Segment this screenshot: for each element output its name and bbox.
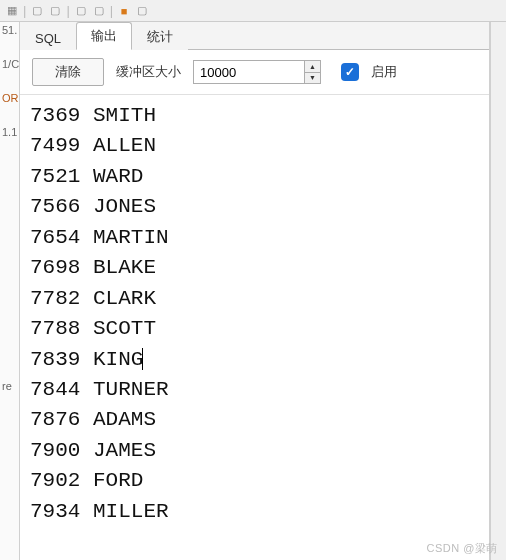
- output-row: 7788 SCOTT: [30, 314, 479, 344]
- output-row: 7698 BLAKE: [30, 253, 479, 283]
- output-row: 7900 JAMES: [30, 436, 479, 466]
- watermark: CSDN @梁萌: [427, 541, 498, 556]
- output-row: 7782 CLARK: [30, 284, 479, 314]
- output-row: 7902 FORD: [30, 466, 479, 496]
- tab-sql[interactable]: SQL: [20, 26, 76, 50]
- output-row: 7934 MILLER: [30, 497, 479, 527]
- toolbar-sep: |: [110, 3, 113, 18]
- toolbar-icon[interactable]: ▦: [4, 3, 20, 19]
- output-row: 7654 MARTIN: [30, 223, 479, 253]
- toolbar: ▦ | ▢ ▢ | ▢ ▢ | ■ ▢: [0, 0, 506, 22]
- toolbar-sep: |: [66, 3, 69, 18]
- text-caret: [142, 348, 143, 370]
- buffer-label: 缓冲区大小: [116, 63, 181, 81]
- spin-buttons: ▲ ▼: [304, 61, 320, 83]
- toolbar-icon-stop[interactable]: ■: [116, 3, 132, 19]
- toolbar-icon[interactable]: ▢: [29, 3, 45, 19]
- gutter-line: re: [0, 380, 19, 414]
- buffer-input[interactable]: [194, 61, 304, 83]
- spin-up-icon[interactable]: ▲: [305, 61, 320, 73]
- main: 51. 1/C ORC 1.1 re SQL 输出 统计 清除 缓冲区大小 ▲ …: [0, 22, 506, 560]
- output-row: 7369 SMITH: [30, 101, 479, 131]
- gutter-line: 1.1: [0, 126, 19, 160]
- enable-label: 启用: [371, 63, 397, 81]
- toolbar-icon[interactable]: ▢: [91, 3, 107, 19]
- clear-button[interactable]: 清除: [32, 58, 104, 86]
- content-pane: SQL 输出 统计 清除 缓冲区大小 ▲ ▼ ✓ 启用 7369 SMITH74…: [20, 22, 490, 560]
- buffer-spinner[interactable]: ▲ ▼: [193, 60, 321, 84]
- tab-bar: SQL 输出 统计: [20, 22, 489, 50]
- scrollbar[interactable]: [490, 22, 506, 560]
- output-row: 7839 KING: [30, 345, 479, 375]
- output-area[interactable]: 7369 SMITH7499 ALLEN7521 WARD7566 JONES7…: [20, 95, 489, 560]
- toolbar-icon[interactable]: ▢: [47, 3, 63, 19]
- enable-checkbox[interactable]: ✓: [341, 63, 359, 81]
- output-row: 7566 JONES: [30, 192, 479, 222]
- controls-bar: 清除 缓冲区大小 ▲ ▼ ✓ 启用: [20, 50, 489, 95]
- gutter-line: [0, 160, 19, 380]
- tab-stats[interactable]: 统计: [132, 23, 188, 50]
- toolbar-icon[interactable]: ▢: [134, 3, 150, 19]
- output-row: 7876 ADAMS: [30, 405, 479, 435]
- output-row: 7521 WARD: [30, 162, 479, 192]
- output-row: 7499 ALLEN: [30, 131, 479, 161]
- spin-down-icon[interactable]: ▼: [305, 73, 320, 84]
- gutter-line: ORC: [0, 92, 19, 126]
- toolbar-icon[interactable]: ▢: [73, 3, 89, 19]
- tab-output[interactable]: 输出: [76, 22, 132, 50]
- output-row: 7844 TURNER: [30, 375, 479, 405]
- toolbar-sep: |: [23, 3, 26, 18]
- gutter-line: 1/C: [0, 58, 19, 92]
- gutter-line: 51.: [0, 24, 19, 58]
- left-gutter: 51. 1/C ORC 1.1 re: [0, 22, 20, 560]
